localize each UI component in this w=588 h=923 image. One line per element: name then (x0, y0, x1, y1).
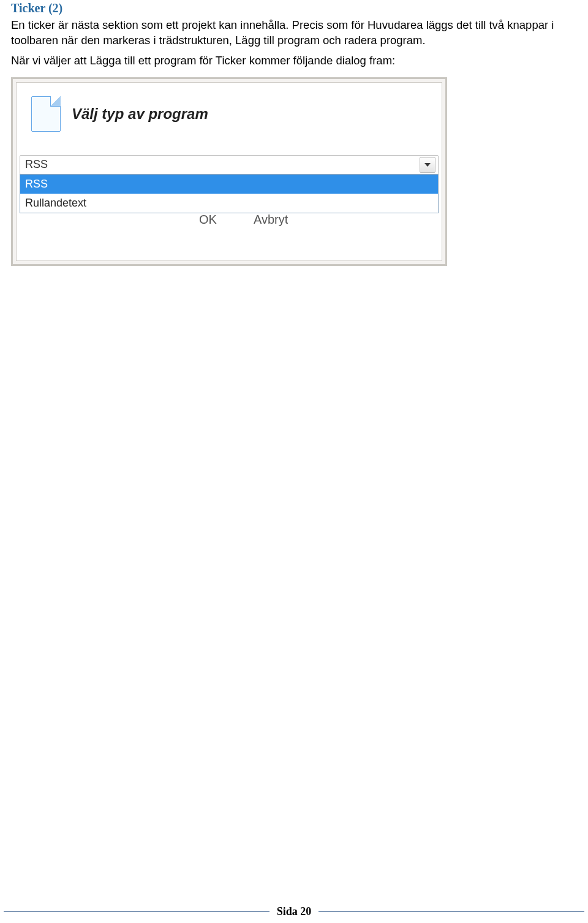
paragraph-1: En ticker är nästa sektion som ett proje… (11, 18, 577, 48)
dialog-screenshot: Välj typ av program RSS RSS Rullandetext… (11, 77, 447, 266)
combo-selected-value: RSS (20, 158, 420, 171)
dialog-header: Välj typ av program (17, 83, 442, 146)
cancel-button-ghost: Avbryt (254, 213, 288, 227)
section-heading: Ticker (2) (11, 1, 577, 15)
paragraph-2: När vi väljer att Lägga till ett program… (11, 53, 577, 69)
footer-line-right (318, 911, 584, 912)
combo-dropdown-list: RSS Rullandetext (20, 174, 439, 213)
combo-field[interactable]: RSS (20, 155, 439, 175)
combo-option-rss[interactable]: RSS (20, 175, 438, 194)
chevron-down-icon[interactable] (420, 157, 435, 173)
combo-option-rullandetext[interactable]: Rullandetext (20, 194, 438, 213)
document-icon (31, 96, 61, 132)
dialog-title: Välj typ av program (72, 105, 208, 123)
ok-button-ghost: OK (199, 213, 217, 227)
page-footer: Sida 20 (0, 905, 588, 918)
obscured-buttons: OK Avbryt (199, 213, 288, 227)
footer-line-left (4, 911, 270, 912)
page-number: Sida 20 (273, 905, 315, 918)
dialog-panel: Välj typ av program RSS RSS Rullandetext… (16, 82, 442, 261)
program-type-combo[interactable]: RSS RSS Rullandetext (20, 155, 439, 213)
